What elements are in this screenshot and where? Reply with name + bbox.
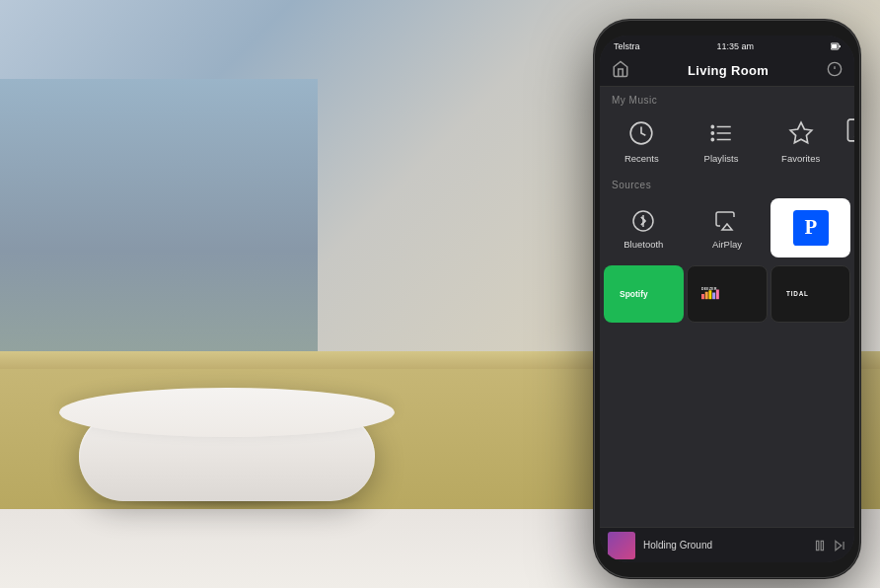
- tidal-logo: TIDAL: [786, 281, 834, 307]
- my-music-label: My Music: [600, 87, 854, 110]
- now-playing-controls: [813, 539, 846, 552]
- playlists-label: Playlists: [704, 153, 739, 164]
- airplay-icon: [713, 207, 741, 235]
- svg-rect-24: [701, 294, 704, 299]
- airplay-label: AirPlay: [712, 239, 742, 250]
- svg-rect-25: [705, 292, 708, 299]
- svg-text:P: P: [804, 215, 817, 239]
- svg-text:Spotify: Spotify: [620, 289, 648, 299]
- svg-rect-2: [832, 44, 838, 48]
- svg-rect-13: [847, 119, 854, 141]
- time-label: 11:35 am: [716, 41, 754, 51]
- pandora-logo: P: [793, 210, 829, 246]
- my-music-row: Recents: [600, 110, 854, 172]
- playlists-icon: [705, 117, 737, 149]
- iphone-item-partial: [841, 110, 854, 172]
- now-playing-art: [608, 532, 635, 559]
- svg-point-11: [711, 138, 713, 140]
- svg-marker-12: [790, 122, 812, 143]
- phone: Telstra 11:35 am: [594, 20, 860, 578]
- playlists-item[interactable]: Playlists: [682, 110, 762, 172]
- pandora-item[interactable]: P: [770, 198, 850, 257]
- sources-label: Sources: [600, 172, 854, 194]
- svg-text:DEEZER: DEEZER: [701, 287, 717, 291]
- svg-rect-31: [817, 541, 819, 550]
- svg-marker-19: [722, 224, 732, 230]
- recents-icon: [625, 117, 657, 149]
- favorites-item[interactable]: Favorites: [761, 110, 841, 172]
- home-icon[interactable]: [612, 60, 629, 81]
- svg-rect-1: [839, 45, 841, 47]
- svg-point-10: [711, 125, 713, 127]
- status-bar: Telstra 11:35 am: [600, 36, 854, 55]
- battery-icon: [831, 41, 841, 51]
- bluetooth-label: Bluetooth: [623, 239, 663, 250]
- svg-rect-27: [712, 293, 715, 300]
- svg-rect-26: [708, 290, 711, 299]
- svg-marker-33: [836, 541, 842, 550]
- sources-row: Bluetooth AirPlay: [600, 194, 854, 263]
- power-icon[interactable]: [827, 61, 843, 81]
- bluetooth-item[interactable]: Bluetooth: [602, 194, 686, 261]
- bluetooth-icon: [629, 207, 657, 235]
- content-area: My Music Recents: [600, 87, 854, 527]
- phone-wrapper: Telstra 11:35 am: [594, 20, 860, 578]
- recents-label: Recents: [624, 153, 659, 164]
- tidal-item[interactable]: TIDAL: [770, 265, 850, 323]
- streaming-row: Spotify DEEZER: [600, 263, 854, 325]
- carrier-label: Telstra: [614, 41, 640, 51]
- phone-screen: Telstra 11:35 am: [600, 36, 854, 562]
- svg-text:TIDAL: TIDAL: [786, 290, 809, 297]
- svg-rect-32: [821, 541, 823, 550]
- now-playing-title: Holding Ground: [643, 540, 805, 551]
- speaker-top: [59, 388, 395, 437]
- favorites-label: Favorites: [781, 153, 820, 164]
- svg-rect-28: [716, 290, 719, 300]
- now-playing-bar[interactable]: Holding Ground: [600, 527, 854, 562]
- recents-item[interactable]: Recents: [602, 110, 682, 172]
- favorites-icon: [785, 117, 817, 149]
- pause-icon[interactable]: [813, 539, 827, 552]
- status-icons: [831, 41, 841, 51]
- spotify-logo: Spotify: [620, 281, 669, 307]
- speaker: [59, 363, 395, 501]
- nav-bar: Living Room: [600, 55, 854, 87]
- svg-point-9: [711, 132, 713, 134]
- deezer-logo: DEEZER: [701, 284, 753, 304]
- nav-title: Living Room: [688, 63, 769, 78]
- next-icon[interactable]: [833, 539, 846, 552]
- deezer-item[interactable]: DEEZER: [687, 265, 767, 323]
- airplay-item[interactable]: AirPlay: [686, 194, 770, 261]
- spotify-item[interactable]: Spotify: [604, 265, 684, 323]
